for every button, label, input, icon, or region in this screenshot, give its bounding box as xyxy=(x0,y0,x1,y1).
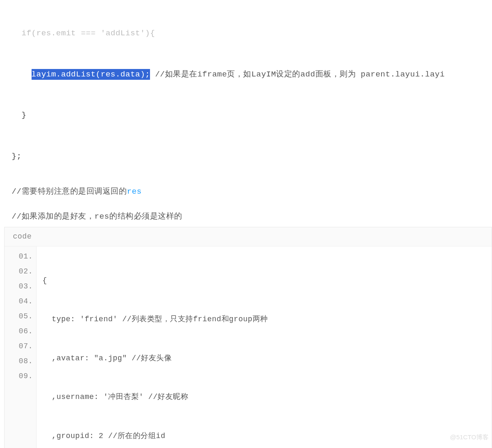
res-link[interactable]: res xyxy=(127,187,142,196)
code-line: } xyxy=(12,107,492,123)
line-number: 08. xyxy=(8,354,33,369)
line-number: 03. xyxy=(8,279,33,294)
code-line: { xyxy=(42,273,268,288)
code-comment: //如果是在iframe页，如LayIM设定的add面板，则为 parent.l… xyxy=(150,70,445,79)
line-number: 01. xyxy=(8,249,33,264)
line-number: 05. xyxy=(8,309,33,324)
line-number: 02. xyxy=(8,264,33,279)
highlighted-code: layim.addList(res.data); xyxy=(32,69,150,80)
line-number: 06. xyxy=(8,324,33,339)
code-line: type: 'friend' //列表类型，只支持friend和group两种 xyxy=(42,312,268,327)
line-number: 09. xyxy=(8,369,33,384)
code-line: }; xyxy=(12,148,492,164)
line-number-gutter: 01. 02. 03. 04. 05. 06. 07. 08. 09. xyxy=(5,246,37,448)
line-number: 07. xyxy=(8,339,33,354)
code-line: if(res.emit === 'addList'){ xyxy=(12,25,492,41)
code-block-friend: code 01. 02. 03. 04. 05. 06. 07. 08. 09.… xyxy=(4,227,492,448)
top-code-snippet: if(res.emit === 'addList'){ layim.addLis… xyxy=(0,0,492,177)
paragraph-note-res: //需要特别注意的是回调返回的res xyxy=(0,177,492,206)
code-line: ,username: '冲田杏梨' //好友昵称 xyxy=(42,389,268,404)
line-number: 04. xyxy=(8,294,33,309)
code-line: ,avatar: "a.jpg" //好友头像 xyxy=(42,351,268,366)
comment-text: //需要特别注意的是回调返回的 xyxy=(12,187,127,196)
code-line: ,groupid: 2 //所在的分组id xyxy=(42,428,268,443)
paragraph-friend-intro: //如果添加的是好友，res的结构必须是这样的 xyxy=(0,206,492,225)
code-content[interactable]: { type: 'friend' //列表类型，只支持friend和group两… xyxy=(37,246,274,448)
code-block-header: code xyxy=(5,227,492,246)
code-line: layim.addList(res.data); //如果是在iframe页，如… xyxy=(12,66,492,82)
